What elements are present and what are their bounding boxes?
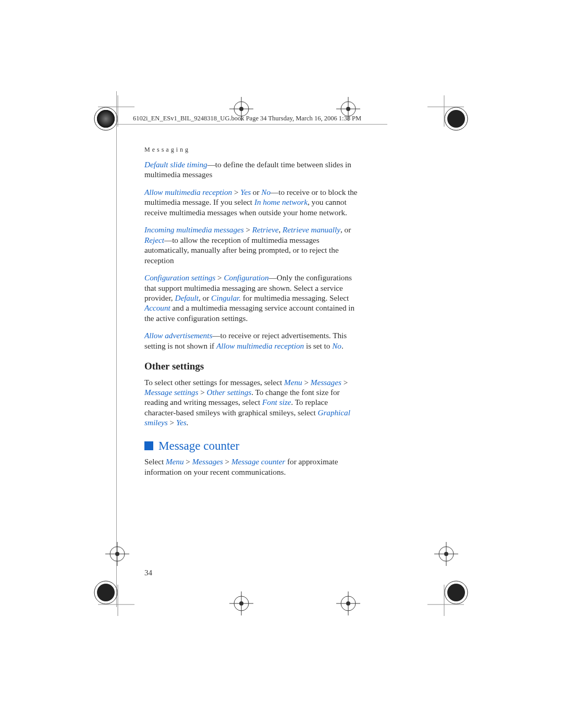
registration-mark-icon bbox=[105, 542, 129, 566]
registration-mark-icon bbox=[336, 591, 360, 615]
paragraph: Allow multimedia reception > Yes or No—t… bbox=[144, 187, 361, 217]
ui-term: Retrieve bbox=[252, 225, 279, 234]
svg-point-6 bbox=[447, 110, 465, 128]
ui-term: Default bbox=[175, 293, 199, 302]
ui-term: Allow multimedia reception bbox=[216, 341, 304, 350]
svg-point-10 bbox=[97, 584, 115, 601]
ui-term: Cingular. bbox=[211, 293, 241, 302]
section-heading: Message counter bbox=[144, 438, 361, 453]
section-label: Messaging bbox=[144, 146, 190, 154]
paragraph: Default slide timing—to define the defau… bbox=[144, 159, 361, 180]
ui-term: Allow multimedia reception bbox=[144, 188, 232, 196]
ui-term: Other settings bbox=[207, 388, 252, 397]
ui-term: Message counter bbox=[231, 457, 285, 466]
body-content: Default slide timing—to define the defau… bbox=[144, 159, 361, 484]
ui-term: Messages bbox=[311, 378, 341, 387]
registration-mark-icon bbox=[434, 542, 458, 566]
frame-line bbox=[116, 91, 117, 607]
paragraph: Allow advertisements—to receive or rejec… bbox=[144, 330, 361, 351]
ui-term: Font size bbox=[262, 398, 291, 406]
paragraph: Incoming multimedia messages > Retrieve,… bbox=[144, 225, 361, 265]
ui-term: Message settings bbox=[144, 388, 198, 397]
ui-term: Yes bbox=[240, 188, 251, 196]
section-heading-text: Message counter bbox=[158, 438, 239, 453]
ui-term: Retrieve manually bbox=[283, 225, 340, 234]
crop-mark-icon bbox=[93, 90, 134, 132]
ui-term: Default slide timing bbox=[144, 160, 207, 169]
crop-mark-icon bbox=[427, 90, 469, 132]
square-bullet-icon bbox=[144, 441, 153, 450]
ui-term: Menu bbox=[284, 378, 302, 387]
svg-point-2 bbox=[97, 110, 115, 128]
ui-term: Configuration bbox=[224, 273, 268, 282]
ui-term: Messages bbox=[192, 457, 223, 466]
ui-term: No bbox=[261, 188, 271, 196]
ui-term: Allow advertisements bbox=[144, 331, 212, 340]
document-page: 6102i_EN_ESv1_BIL_9248318_UG.book Page 3… bbox=[0, 0, 563, 728]
registration-mark-icon bbox=[229, 591, 253, 615]
paragraph: Select Menu > Messages > Message counter… bbox=[144, 456, 361, 477]
ui-term: Configuration settings bbox=[144, 273, 215, 282]
paragraph: Configuration settings > Configuration—O… bbox=[144, 273, 361, 323]
ui-term: Reject bbox=[144, 236, 164, 244]
ui-term: No bbox=[332, 341, 341, 350]
ui-term: Incoming multimedia messages bbox=[144, 225, 244, 234]
ui-term: Yes bbox=[176, 418, 187, 427]
ui-term: In home network bbox=[254, 198, 308, 206]
ui-term: Menu bbox=[166, 457, 184, 466]
crop-mark-icon bbox=[93, 579, 134, 621]
svg-point-14 bbox=[447, 584, 465, 601]
paragraph: To select other settings for messages, s… bbox=[144, 377, 361, 428]
subheading: Other settings bbox=[144, 360, 361, 373]
crop-mark-icon bbox=[427, 579, 469, 621]
page-number: 34 bbox=[144, 569, 152, 577]
page-header: 6102i_EN_ESv1_BIL_9248318_UG.book Page 3… bbox=[133, 115, 361, 122]
frame-line bbox=[116, 124, 387, 125]
ui-term: Account bbox=[144, 303, 170, 312]
